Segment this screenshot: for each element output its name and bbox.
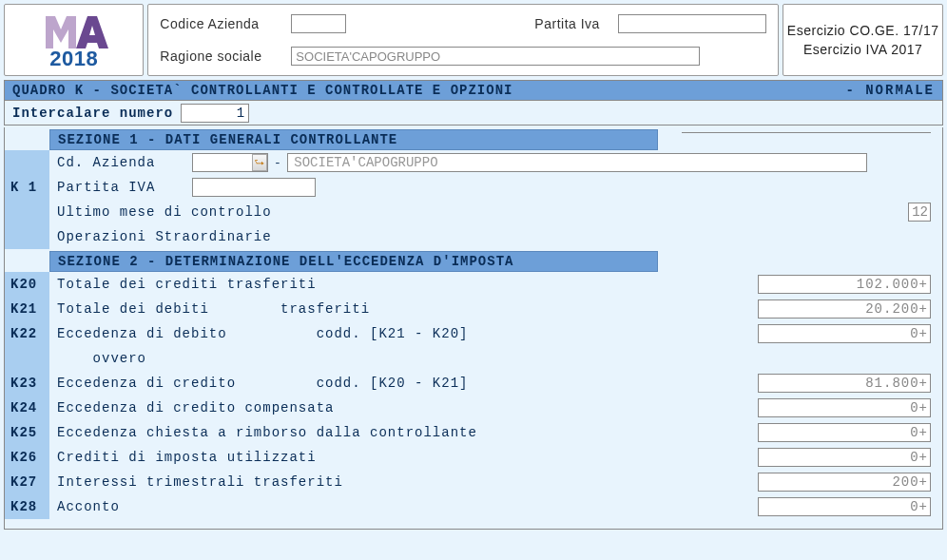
partita-iva-label: Partita IVA — [49, 180, 173, 195]
table-row: ovvero — [5, 346, 942, 371]
esercizio-iva-label: Esercizio IVA 2017 — [803, 42, 922, 57]
row-code: K22 — [5, 321, 49, 346]
logo-box: 2018 — [4, 4, 144, 76]
ragione-sociale-input[interactable] — [291, 47, 700, 66]
codice-azienda-input[interactable] — [291, 14, 346, 33]
lookup-icon[interactable]: ⮑ — [252, 154, 267, 171]
title-bar: QUADRO K - SOCIETA` CONTROLLANTI E CONTR… — [4, 80, 943, 101]
partita-iva-input[interactable] — [192, 178, 316, 197]
tab-hint — [682, 127, 931, 133]
row-label: Eccedenza di credito codd. [K20 - K21] — [49, 376, 468, 391]
sezione2-grid: K20Totale dei crediti trasferitiK21Total… — [5, 272, 942, 519]
table-row: K25Eccedenza chiesta a rimborso dalla co… — [5, 420, 942, 445]
partita-iva-header-input[interactable] — [618, 14, 766, 33]
row-code: K23 — [5, 371, 49, 396]
amount-input[interactable] — [758, 448, 931, 467]
table-row: K21Totale dei debiti trasferiti — [5, 297, 942, 321]
table-row: K26Crediti di imposta utilizzati — [5, 445, 942, 470]
row-label: Eccedenza di credito compensata — [49, 400, 334, 415]
row-label: Crediti di imposta utilizzati — [49, 450, 317, 465]
row-label: Totale dei crediti trasferiti — [49, 277, 317, 292]
ultimo-mese-input[interactable] — [908, 203, 931, 222]
body-area: SEZIONE 1 - DATI GENERALI CONTROLLANTE C… — [4, 127, 943, 530]
table-row: K24Eccedenza di credito compensata — [5, 396, 942, 420]
amount-input[interactable] — [758, 423, 931, 442]
header-center: Codice Azienda Partita Iva Ragione socia… — [147, 4, 779, 76]
row-label: Interessi trimestrali trasferiti — [49, 474, 343, 490]
sezione1-grid: Cd. Azienda ⮑ - K 1 Partita IVA Ultimo m… — [5, 150, 942, 249]
table-row: K22Eccedenza di debito codd. [K21 - K20] — [5, 321, 942, 346]
row-code: K28 — [5, 494, 49, 519]
ragione-sociale-label: Ragione sociale — [160, 48, 283, 64]
row-code: K24 — [5, 396, 49, 420]
row-code: K27 — [5, 470, 49, 494]
amount-input[interactable] — [758, 374, 931, 393]
row-label: Eccedenza chiesta a rimborso dalla contr… — [49, 425, 477, 440]
row-label: Eccedenza di debito codd. [K21 - K20] — [49, 326, 468, 341]
intercalare-input[interactable] — [181, 104, 249, 123]
sezione1-header: SEZIONE 1 - DATI GENERALI CONTROLLANTE — [49, 129, 658, 150]
row-code — [5, 346, 49, 371]
ultimo-mese-label: Ultimo mese di controllo — [49, 204, 272, 220]
row-label: Totale dei debiti trasferiti — [49, 301, 370, 317]
amount-input[interactable] — [758, 473, 931, 492]
row-label: Acconto — [49, 499, 120, 514]
amount-input[interactable] — [758, 398, 931, 417]
intercalare-row: Intercalare numero — [4, 101, 943, 126]
blank-code — [5, 150, 49, 175]
blank-code-2 — [5, 200, 49, 224]
k1-code: K 1 — [5, 175, 49, 200]
title-right: - NORMALE — [845, 83, 935, 98]
header-bar: 2018 Codice Azienda Partita Iva Ragione … — [0, 0, 947, 80]
partita-iva-header-label: Partita Iva — [534, 16, 610, 31]
header-right: Esercizio CO.GE. 17/17 Esercizio IVA 201… — [783, 4, 943, 76]
sezione2-header-row: SEZIONE 2 - DETERMINAZIONE DELL'ECCEDENZ… — [5, 249, 942, 272]
esercizio-coge-label: Esercizio CO.GE. 17/17 — [787, 23, 939, 38]
row-code: K25 — [5, 420, 49, 445]
cd-azienda-company — [287, 153, 867, 172]
amount-input[interactable] — [758, 324, 931, 343]
codice-azienda-label: Codice Azienda — [160, 16, 283, 31]
table-row: K23Eccedenza di credito codd. [K20 - K21… — [5, 371, 942, 396]
blank-code-3 — [5, 224, 49, 249]
amount-input[interactable] — [758, 275, 931, 294]
operazioni-straord-label: Operazioni Straordinarie — [49, 229, 272, 244]
title-left: QUADRO K - SOCIETA` CONTROLLANTI E CONTR… — [12, 83, 512, 98]
table-row: K28Acconto — [5, 494, 942, 519]
row-code: K26 — [5, 445, 49, 470]
amount-input[interactable] — [758, 497, 931, 516]
row-label: ovvero — [49, 351, 146, 366]
sezione2-header: SEZIONE 2 - DETERMINAZIONE DELL'ECCEDENZ… — [49, 251, 658, 272]
row-code: K20 — [5, 272, 49, 297]
sezione1-header-row: SEZIONE 1 - DATI GENERALI CONTROLLANTE — [5, 127, 942, 150]
cd-azienda-label: Cd. Azienda — [49, 155, 173, 170]
amount-input[interactable] — [758, 299, 931, 319]
logo-year: 2018 — [49, 47, 98, 71]
intercalare-label: Intercalare numero — [12, 106, 173, 121]
dash-sep: - — [274, 156, 281, 170]
table-row: K20Totale dei crediti trasferiti — [5, 272, 942, 297]
table-row: K27Interessi trimestrali trasferiti — [5, 470, 942, 494]
row-code: K21 — [5, 297, 49, 321]
